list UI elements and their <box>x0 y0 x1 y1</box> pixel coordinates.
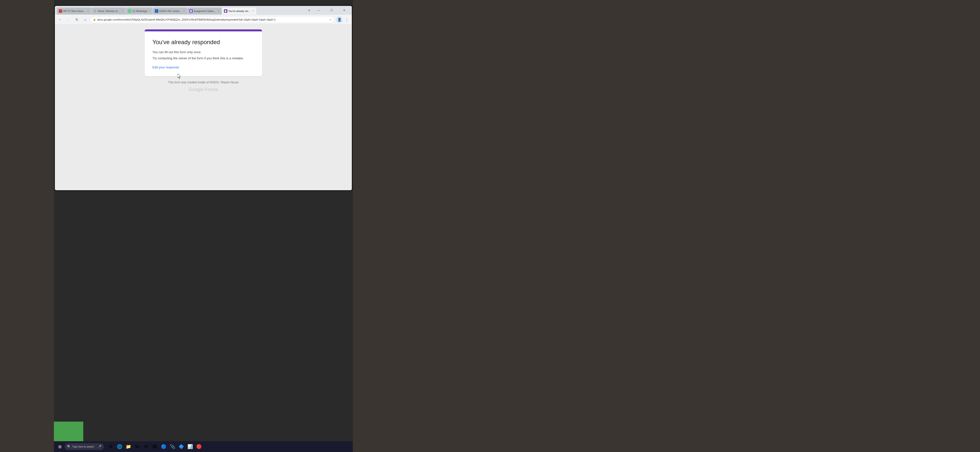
titlebar: 🚂IRCTC Next Generation×🏛Home | Ministry … <box>55 6 352 15</box>
taskbar-icons: ⧉🌐📁🛍✉🖼🔵📎🔷📊🔴 <box>107 442 203 451</box>
window-controls: — ☐ ✕ <box>313 7 350 14</box>
card-header-bar <box>145 29 262 31</box>
tab-ministry[interactable]: 🏛Home | Ministry of Fina× <box>91 8 126 14</box>
forms-card: You've already responded You can fill ou… <box>145 29 262 76</box>
google-forms-logo: Google Forms <box>189 87 218 92</box>
monitor: 🚂IRCTC Next Generation×🏛Home | Ministry … <box>54 5 353 191</box>
back-button[interactable]: ← <box>57 16 64 23</box>
page-content: You've already responded You can fill ou… <box>55 24 352 190</box>
tab-whatsapp-close[interactable]: × <box>148 9 151 13</box>
address-bar[interactable]: 🔒 docs.google.com/forms/d/e/1FAIpQLSe5Zc… <box>90 16 335 23</box>
tab-ignou-title: IGNOU-RC-Jorhat - Stu <box>159 10 182 13</box>
taskbar-icon-ie[interactable]: 🔷 <box>177 442 185 451</box>
tab-ministry-favicon: 🏛 <box>93 9 97 13</box>
fill-once-text: You can fill out this form only once. <box>153 50 254 54</box>
reload-button[interactable]: ↻ <box>73 16 80 23</box>
mic-icon: 🎤 <box>98 445 102 448</box>
home-button[interactable]: ⌂ <box>82 16 89 23</box>
taskbar-icon-task-view[interactable]: ⧉ <box>107 442 115 451</box>
tab-irctc-close[interactable]: × <box>87 9 89 13</box>
taskbar-icon-chrome[interactable]: 🔵 <box>160 442 167 451</box>
taskbar-icon-photos[interactable]: 🖼 <box>151 442 159 451</box>
tab-ignou-favicon: I <box>155 9 158 13</box>
browser-window: 🚂IRCTC Next Generation×🏛Home | Ministry … <box>55 6 352 190</box>
card-body: You've already responded You can fill ou… <box>145 31 262 76</box>
tab-responded-title: You've already respond <box>228 10 251 13</box>
more-menu-button[interactable]: ⋮ <box>344 16 350 23</box>
tab-ignou[interactable]: IIGNOU-RC-Jorhat - Stu× <box>153 8 187 14</box>
tab-ignou-close[interactable]: × <box>183 9 185 13</box>
minimize-button[interactable]: — <box>313 7 325 14</box>
lock-icon: 🔒 <box>93 18 96 21</box>
wall-left <box>0 0 54 452</box>
taskbar-icon-file-explorer[interactable]: 📁 <box>124 442 132 451</box>
close-button[interactable]: ✕ <box>339 7 350 14</box>
toolbar-icons: 👤 ⋮ <box>336 16 350 23</box>
taskbar-icon-app1[interactable]: 📎 <box>169 442 177 451</box>
tab-irctc-favicon: 🚂 <box>59 9 62 13</box>
taskbar-icon-store[interactable]: 🛍 <box>133 442 141 451</box>
taskbar-icon-app2[interactable]: 📊 <box>186 442 194 451</box>
tab-whatsapp[interactable]: W(1) WhatsApp× <box>126 8 153 14</box>
tab-assignment-close[interactable]: × <box>217 9 220 13</box>
maximize-button[interactable]: ☐ <box>326 7 337 14</box>
created-by-text: This form was created inside of IGNOU. <box>168 81 220 84</box>
taskbar-search[interactable]: 🔍 Type here to search 🎤 <box>65 443 104 450</box>
green-object <box>54 422 83 441</box>
search-placeholder-text: Type here to search <box>72 446 94 448</box>
tab-ministry-close[interactable]: × <box>121 9 124 13</box>
new-tab-button[interactable]: + <box>306 7 312 13</box>
tab-assignment[interactable]: 📋Assignment Submission× <box>188 8 222 14</box>
tab-ministry-title: Home | Ministry of Fina <box>98 10 120 13</box>
forward-button[interactable]: → <box>65 16 72 23</box>
tab-assignment-title: Assignment Submission <box>194 10 216 13</box>
tab-whatsapp-favicon: W <box>128 9 131 13</box>
address-text: docs.google.com/forms/d/e/1FAIpQLSe5ZcqI… <box>97 18 328 21</box>
report-abuse-link[interactable]: Report Abuse <box>221 81 239 84</box>
taskbar-icon-app3[interactable]: 🔴 <box>195 442 203 451</box>
tab-irctc[interactable]: 🚂IRCTC Next Generation× <box>57 8 91 14</box>
start-button[interactable]: ⊞ <box>56 443 64 450</box>
tab-responded-close[interactable]: × <box>252 9 254 13</box>
contact-owner-text: Try contacting the owner of the form if … <box>153 56 254 60</box>
tab-irctc-title: IRCTC Next Generation <box>63 10 86 13</box>
footer-text: This form was created inside of IGNOU. R… <box>168 81 239 84</box>
tab-strip: 🚂IRCTC Next Generation×🏛Home | Ministry … <box>57 6 304 14</box>
already-responded-title: You've already responded <box>153 38 254 46</box>
taskbar-icon-mail[interactable]: ✉ <box>142 442 150 451</box>
taskbar-icon-edge-browser[interactable]: 🌐 <box>116 442 124 451</box>
profile-button[interactable]: 👤 <box>336 16 342 23</box>
wall-right <box>353 0 980 452</box>
tab-responded[interactable]: 📋You've already respond× <box>222 8 256 14</box>
tab-assignment-favicon: 📋 <box>189 9 193 13</box>
bookmark-icon[interactable]: ☆ <box>329 18 332 21</box>
search-icon: 🔍 <box>67 445 71 448</box>
taskbar: ⊞ 🔍 Type here to search 🎤 ⧉🌐📁🛍✉🖼🔵📎🔷📊🔴 <box>54 441 353 452</box>
tab-responded-favicon: 📋 <box>224 9 228 13</box>
toolbar: ← → ↻ ⌂ 🔒 docs.google.com/forms/d/e/1FAI… <box>55 15 352 24</box>
edit-response-link[interactable]: Edit your response <box>153 65 179 69</box>
start-icon: ⊞ <box>58 444 62 449</box>
tab-whatsapp-title: (1) WhatsApp <box>132 10 147 13</box>
